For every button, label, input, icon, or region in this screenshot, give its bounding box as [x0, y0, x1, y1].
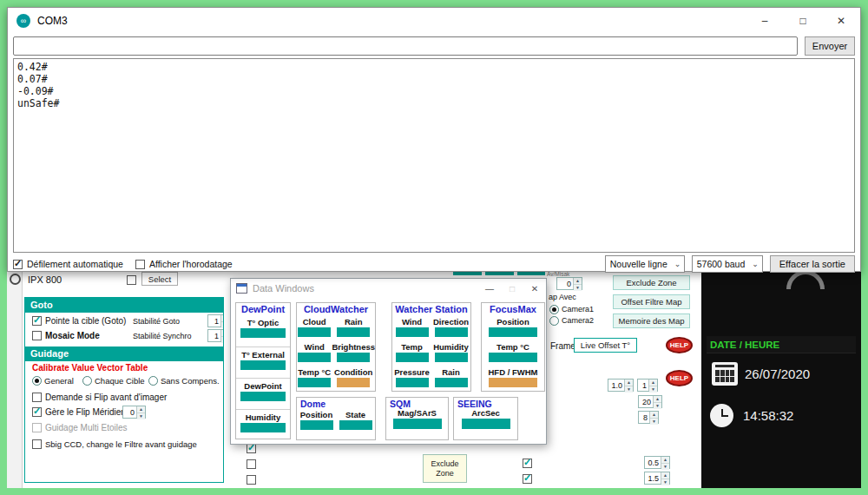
start-expo-checkbox[interactable] [523, 459, 532, 468]
t-optic-swatch[interactable] [240, 328, 286, 338]
pointe-cible-label: Pointe la cible (Goto) [45, 316, 126, 326]
dialog-maximize-button: □ [501, 279, 523, 298]
dialog-close-button[interactable]: ✕ [523, 279, 546, 298]
cloudwatcher-title: CloudWatcher [297, 303, 375, 315]
com3-minimize-button[interactable]: – [746, 8, 784, 34]
wind-swatch[interactable] [298, 353, 331, 362]
focusmax-group: FocusMax Position Temp °C HFD / FWHM [481, 302, 545, 392]
spinner-arrows-icon[interactable] [661, 472, 669, 484]
offset-filtre-map-button[interactable]: Offset Filtre Map [613, 294, 690, 309]
ws-temp-swatch[interactable] [396, 353, 429, 362]
cloud-swatch[interactable] [298, 327, 331, 337]
serial-monitor-icon: ∞ [16, 14, 30, 28]
baud-rate-select[interactable]: 57600 baud [692, 255, 763, 273]
send-button[interactable]: Envoyer [805, 36, 855, 56]
radio-chaque-cible[interactable] [82, 376, 92, 386]
date-time-panel: DATE / HEURE 26/07/2020 14:58:32 [701, 265, 861, 488]
fm-hfd-swatch[interactable] [489, 378, 537, 387]
radio-camera2[interactable] [549, 316, 559, 326]
t-optic-label: T° Optic [236, 318, 290, 327]
clear-output-button[interactable]: Effacer la sortie [770, 255, 855, 273]
flip-avant-imager-checkbox[interactable] [32, 393, 42, 402]
dialog-title: Data Windows [253, 283, 314, 294]
t-external-swatch[interactable] [240, 360, 286, 370]
dithering-pixel-spinner[interactable]: 1.0 [608, 379, 634, 392]
spinner-arrows-icon[interactable] [653, 396, 661, 407]
stabilite-goto-spinner[interactable]: 1 [207, 314, 224, 327]
ws-wind-swatch[interactable] [396, 327, 429, 337]
mosaic-mode-checkbox[interactable] [32, 331, 42, 340]
spinner-arrows-icon[interactable] [649, 412, 658, 423]
exclude-zone-button[interactable]: Exclude Zone [613, 275, 690, 290]
stop-expo-spinner[interactable]: 1.5 [644, 472, 670, 485]
dome-state-swatch[interactable] [339, 420, 372, 430]
rain-swatch[interactable] [337, 327, 370, 337]
start-expo-spinner[interactable]: 0.5 [644, 456, 670, 469]
pointe-cible-checkbox[interactable] [32, 316, 42, 326]
dithering-expo-spinner[interactable]: 1 [637, 379, 658, 392]
radio-sans-compens[interactable] [148, 376, 158, 386]
dome-position-swatch[interactable] [300, 420, 333, 430]
serial-output[interactable]: 0.42# 0.07# -0.09# unSafe# [13, 58, 855, 253]
dome-group: Dome Position State [296, 397, 376, 440]
exclude-zone-small-button[interactable]: Exclude Zone [423, 454, 467, 483]
ws-humidity-swatch[interactable] [435, 353, 468, 362]
radio-camera1[interactable] [549, 305, 559, 314]
circle-icon[interactable] [10, 274, 21, 285]
radio-general[interactable] [32, 376, 42, 386]
guidage-multi-etoiles-checkbox[interactable] [32, 423, 42, 432]
ipx-select-button[interactable]: Select [141, 272, 178, 286]
filtre-pixel-chaud-checkbox[interactable] [247, 444, 256, 453]
sqm-mag-label: Mag/SArS [386, 408, 448, 418]
stabilite-guidage-spinner[interactable]: 20 [638, 395, 662, 408]
sqm-mag-swatch[interactable] [393, 419, 442, 429]
dewpoint-swatch[interactable] [240, 392, 286, 401]
stabilite-synchro-spinner[interactable]: 1 [207, 329, 224, 342]
brightness-swatch[interactable] [337, 353, 370, 362]
spinner-arrows-icon[interactable] [220, 315, 224, 327]
fm-temp-swatch[interactable] [489, 353, 537, 362]
condition-swatch[interactable] [337, 378, 370, 387]
date-value: 26/07/2020 [745, 366, 810, 381]
temp-c-swatch[interactable] [298, 378, 331, 387]
spinner-arrows-icon[interactable] [220, 330, 224, 341]
sbig-ccd-checkbox[interactable] [32, 439, 42, 449]
spinner-arrows-icon[interactable] [661, 457, 669, 468]
flip-meridien-checkbox[interactable] [32, 407, 42, 417]
humidity-swatch[interactable] [240, 423, 286, 432]
spinner-arrows-icon[interactable] [136, 406, 145, 418]
ws-pressure-swatch[interactable] [396, 378, 429, 387]
line-ending-select[interactable]: Nouvelle ligne [605, 255, 685, 273]
ipx-checkbox[interactable] [127, 275, 136, 285]
spinner-arrows-icon[interactable] [624, 380, 633, 391]
t-external-label: T° External [236, 350, 290, 360]
dialog-minimize-button[interactable]: — [478, 279, 501, 298]
serial-input[interactable] [13, 36, 798, 56]
ws-wind-label: Wind [392, 317, 431, 327]
spinner-arrows-icon[interactable] [648, 380, 657, 391]
seeing-arcsec-swatch[interactable] [462, 419, 510, 429]
goto-section-header: Goto [25, 298, 223, 313]
flip-meridien-spinner[interactable]: 0 [122, 406, 146, 419]
fm-position-label: Position [482, 317, 544, 327]
memoire-des-map-button[interactable]: Memoire des Map [613, 314, 690, 328]
ws-rain-swatch[interactable] [435, 378, 468, 387]
help-badge[interactable]: HELP [666, 337, 693, 353]
agressivite-guidage-spinner[interactable]: 8 [638, 411, 659, 424]
agressiv-non-geree-checkbox[interactable] [247, 475, 256, 485]
autoscroll-checkbox[interactable] [13, 260, 23, 269]
inverse-pierside-checkbox[interactable] [247, 459, 256, 469]
timestamp-checkbox[interactable] [135, 260, 145, 269]
ws-direction-swatch[interactable] [435, 327, 468, 337]
stop-expo-checkbox[interactable] [523, 474, 532, 484]
top-spinner[interactable]: 0 [556, 277, 582, 290]
live-offset-button[interactable]: Live Offset T° [574, 338, 637, 353]
fm-position-swatch[interactable] [489, 327, 537, 337]
com3-titlebar[interactable]: ∞ COM3 – □ ✕ [8, 8, 860, 34]
spinner-arrows-icon[interactable] [573, 278, 582, 289]
help-badge[interactable]: HELP [666, 370, 693, 386]
com3-close-button[interactable]: ✕ [822, 8, 860, 34]
com3-window: ∞ COM3 – □ ✕ Envoyer 0.42# 0.07# -0.09# … [7, 7, 861, 272]
com3-maximize-button[interactable]: □ [784, 8, 822, 34]
dialog-titlebar[interactable]: Data Windows — □ ✕ [231, 279, 546, 298]
